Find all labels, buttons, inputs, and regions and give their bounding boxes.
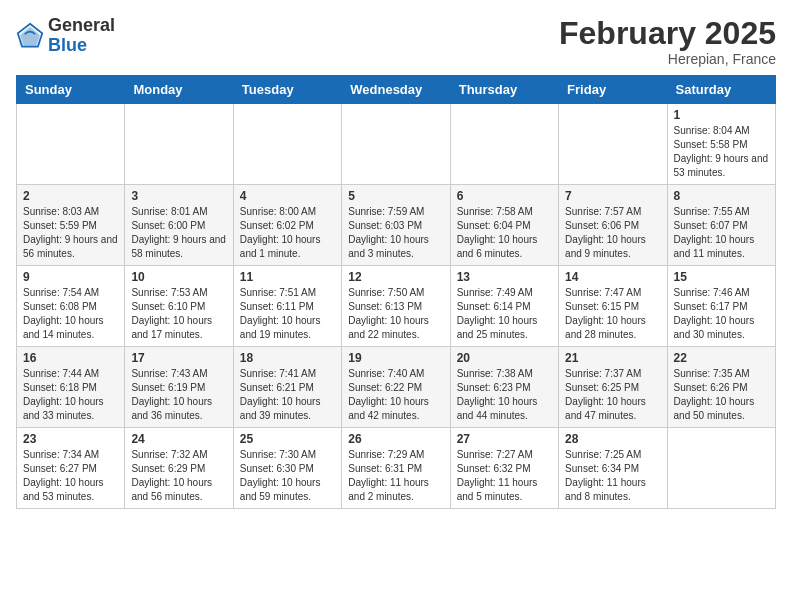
day-number: 26 [348,432,443,446]
day-number: 21 [565,351,660,365]
calendar-cell: 21Sunrise: 7:37 AM Sunset: 6:25 PM Dayli… [559,347,667,428]
day-number: 9 [23,270,118,284]
week-row-1: 1Sunrise: 8:04 AM Sunset: 5:58 PM Daylig… [17,104,776,185]
calendar-cell: 3Sunrise: 8:01 AM Sunset: 6:00 PM Daylig… [125,185,233,266]
day-number: 2 [23,189,118,203]
day-info: Sunrise: 7:40 AM Sunset: 6:22 PM Dayligh… [348,367,443,423]
weekday-header-sunday: Sunday [17,76,125,104]
calendar-cell: 8Sunrise: 7:55 AM Sunset: 6:07 PM Daylig… [667,185,775,266]
day-number: 4 [240,189,335,203]
day-number: 11 [240,270,335,284]
week-row-4: 16Sunrise: 7:44 AM Sunset: 6:18 PM Dayli… [17,347,776,428]
calendar-cell: 10Sunrise: 7:53 AM Sunset: 6:10 PM Dayli… [125,266,233,347]
week-row-5: 23Sunrise: 7:34 AM Sunset: 6:27 PM Dayli… [17,428,776,509]
day-number: 6 [457,189,552,203]
weekday-header-row: SundayMondayTuesdayWednesdayThursdayFrid… [17,76,776,104]
calendar-cell: 13Sunrise: 7:49 AM Sunset: 6:14 PM Dayli… [450,266,558,347]
day-info: Sunrise: 7:46 AM Sunset: 6:17 PM Dayligh… [674,286,769,342]
logo: General Blue [16,16,115,56]
location: Herepian, France [559,51,776,67]
calendar-cell: 5Sunrise: 7:59 AM Sunset: 6:03 PM Daylig… [342,185,450,266]
day-info: Sunrise: 7:38 AM Sunset: 6:23 PM Dayligh… [457,367,552,423]
day-info: Sunrise: 7:29 AM Sunset: 6:31 PM Dayligh… [348,448,443,504]
calendar-cell: 23Sunrise: 7:34 AM Sunset: 6:27 PM Dayli… [17,428,125,509]
logo-text: General Blue [48,16,115,56]
calendar-cell: 1Sunrise: 8:04 AM Sunset: 5:58 PM Daylig… [667,104,775,185]
calendar-cell [559,104,667,185]
calendar-cell: 17Sunrise: 7:43 AM Sunset: 6:19 PM Dayli… [125,347,233,428]
day-number: 13 [457,270,552,284]
day-info: Sunrise: 8:04 AM Sunset: 5:58 PM Dayligh… [674,124,769,180]
calendar-cell: 22Sunrise: 7:35 AM Sunset: 6:26 PM Dayli… [667,347,775,428]
calendar-cell: 20Sunrise: 7:38 AM Sunset: 6:23 PM Dayli… [450,347,558,428]
day-info: Sunrise: 7:27 AM Sunset: 6:32 PM Dayligh… [457,448,552,504]
day-number: 22 [674,351,769,365]
day-info: Sunrise: 7:49 AM Sunset: 6:14 PM Dayligh… [457,286,552,342]
calendar-cell [233,104,341,185]
day-info: Sunrise: 7:47 AM Sunset: 6:15 PM Dayligh… [565,286,660,342]
calendar-cell: 6Sunrise: 7:58 AM Sunset: 6:04 PM Daylig… [450,185,558,266]
weekday-header-friday: Friday [559,76,667,104]
day-number: 20 [457,351,552,365]
page-header: General Blue February 2025 Herepian, Fra… [16,16,776,67]
day-info: Sunrise: 7:51 AM Sunset: 6:11 PM Dayligh… [240,286,335,342]
calendar-cell: 18Sunrise: 7:41 AM Sunset: 6:21 PM Dayli… [233,347,341,428]
day-number: 27 [457,432,552,446]
calendar-cell [450,104,558,185]
day-info: Sunrise: 8:00 AM Sunset: 6:02 PM Dayligh… [240,205,335,261]
day-number: 7 [565,189,660,203]
day-info: Sunrise: 7:53 AM Sunset: 6:10 PM Dayligh… [131,286,226,342]
day-info: Sunrise: 7:25 AM Sunset: 6:34 PM Dayligh… [565,448,660,504]
day-info: Sunrise: 7:59 AM Sunset: 6:03 PM Dayligh… [348,205,443,261]
day-number: 28 [565,432,660,446]
day-info: Sunrise: 7:55 AM Sunset: 6:07 PM Dayligh… [674,205,769,261]
calendar-cell: 16Sunrise: 7:44 AM Sunset: 6:18 PM Dayli… [17,347,125,428]
day-info: Sunrise: 7:58 AM Sunset: 6:04 PM Dayligh… [457,205,552,261]
week-row-2: 2Sunrise: 8:03 AM Sunset: 5:59 PM Daylig… [17,185,776,266]
calendar-cell [125,104,233,185]
day-info: Sunrise: 7:43 AM Sunset: 6:19 PM Dayligh… [131,367,226,423]
calendar-cell: 27Sunrise: 7:27 AM Sunset: 6:32 PM Dayli… [450,428,558,509]
day-info: Sunrise: 8:03 AM Sunset: 5:59 PM Dayligh… [23,205,118,261]
logo-icon [16,22,44,50]
day-number: 10 [131,270,226,284]
day-number: 8 [674,189,769,203]
day-info: Sunrise: 7:37 AM Sunset: 6:25 PM Dayligh… [565,367,660,423]
weekday-header-wednesday: Wednesday [342,76,450,104]
calendar-cell: 26Sunrise: 7:29 AM Sunset: 6:31 PM Dayli… [342,428,450,509]
day-info: Sunrise: 7:50 AM Sunset: 6:13 PM Dayligh… [348,286,443,342]
calendar-cell: 25Sunrise: 7:30 AM Sunset: 6:30 PM Dayli… [233,428,341,509]
calendar-cell [667,428,775,509]
logo-general: General [48,15,115,35]
day-info: Sunrise: 8:01 AM Sunset: 6:00 PM Dayligh… [131,205,226,261]
calendar-cell: 24Sunrise: 7:32 AM Sunset: 6:29 PM Dayli… [125,428,233,509]
weekday-header-tuesday: Tuesday [233,76,341,104]
weekday-header-thursday: Thursday [450,76,558,104]
title-block: February 2025 Herepian, France [559,16,776,67]
day-number: 18 [240,351,335,365]
day-info: Sunrise: 7:57 AM Sunset: 6:06 PM Dayligh… [565,205,660,261]
week-row-3: 9Sunrise: 7:54 AM Sunset: 6:08 PM Daylig… [17,266,776,347]
day-info: Sunrise: 7:30 AM Sunset: 6:30 PM Dayligh… [240,448,335,504]
day-number: 24 [131,432,226,446]
calendar-cell: 19Sunrise: 7:40 AM Sunset: 6:22 PM Dayli… [342,347,450,428]
calendar-cell: 15Sunrise: 7:46 AM Sunset: 6:17 PM Dayli… [667,266,775,347]
day-info: Sunrise: 7:35 AM Sunset: 6:26 PM Dayligh… [674,367,769,423]
day-number: 14 [565,270,660,284]
calendar-cell: 7Sunrise: 7:57 AM Sunset: 6:06 PM Daylig… [559,185,667,266]
calendar-cell: 11Sunrise: 7:51 AM Sunset: 6:11 PM Dayli… [233,266,341,347]
calendar-cell: 2Sunrise: 8:03 AM Sunset: 5:59 PM Daylig… [17,185,125,266]
day-number: 1 [674,108,769,122]
day-number: 19 [348,351,443,365]
calendar-cell: 4Sunrise: 8:00 AM Sunset: 6:02 PM Daylig… [233,185,341,266]
day-info: Sunrise: 7:44 AM Sunset: 6:18 PM Dayligh… [23,367,118,423]
logo-blue: Blue [48,35,87,55]
month-year: February 2025 [559,16,776,51]
calendar-cell [17,104,125,185]
day-number: 17 [131,351,226,365]
calendar: SundayMondayTuesdayWednesdayThursdayFrid… [16,75,776,509]
day-number: 12 [348,270,443,284]
day-number: 25 [240,432,335,446]
day-info: Sunrise: 7:54 AM Sunset: 6:08 PM Dayligh… [23,286,118,342]
weekday-header-monday: Monday [125,76,233,104]
